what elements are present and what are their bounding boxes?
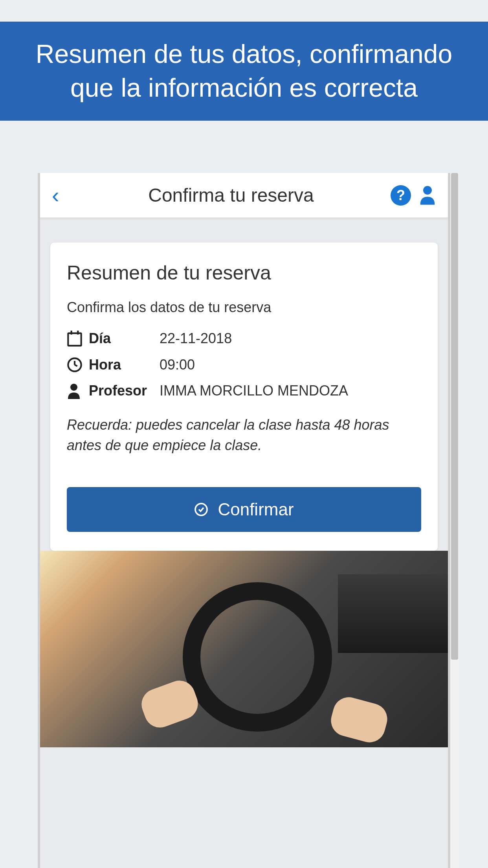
scrollbar-track[interactable] — [450, 173, 459, 868]
back-button[interactable]: ‹ — [52, 182, 72, 208]
clock-icon — [67, 357, 89, 373]
detail-row-time: Hora 09:00 — [67, 357, 421, 373]
chevron-left-icon: ‹ — [52, 183, 59, 208]
detail-row-teacher: Profesor IMMA MORCILLO MENDOZA — [67, 383, 421, 399]
teacher-value: IMMA MORCILLO MENDOZA — [160, 383, 348, 399]
phone-frame: ▲ ‹ Confirma tu reserva ? Resumen de tu … — [38, 173, 450, 868]
profile-button[interactable] — [419, 184, 436, 206]
svg-line-6 — [75, 365, 77, 366]
page-title: Confirma tu reserva — [72, 184, 391, 206]
card-title: Resumen de tu reserva — [67, 261, 421, 284]
time-label: Hora — [89, 357, 160, 373]
promo-banner: Resumen de tus datos, confirmando que la… — [0, 22, 488, 121]
teacher-label: Profesor — [89, 383, 160, 399]
question-icon: ? — [396, 187, 405, 204]
svg-rect-1 — [68, 333, 81, 346]
detail-row-day: Día 22-11-2018 — [67, 330, 421, 347]
svg-point-7 — [70, 384, 77, 391]
confirm-button[interactable]: Confirmar — [67, 487, 421, 532]
header-actions: ? — [391, 184, 436, 206]
day-label: Día — [89, 330, 160, 347]
check-circle-icon — [194, 502, 208, 517]
day-value: 22-11-2018 — [160, 330, 232, 347]
reservation-card: Resumen de tu reserva Confirma los datos… — [50, 243, 438, 551]
person-icon — [67, 383, 89, 399]
driving-image — [40, 551, 448, 747]
confirm-label: Confirmar — [218, 500, 294, 519]
help-button[interactable]: ? — [391, 185, 411, 206]
svg-point-0 — [423, 186, 432, 195]
app-header: ‹ Confirma tu reserva ? — [40, 173, 448, 218]
banner-text: Resumen de tus datos, confirmando que la… — [36, 39, 452, 102]
time-value: 09:00 — [160, 357, 195, 373]
card-subtitle: Confirma los datos de tu reserva — [67, 299, 421, 316]
scrollbar-thumb[interactable] — [451, 173, 458, 660]
person-icon — [419, 184, 436, 205]
reminder-text: Recuerda: puedes cancelar la clase hasta… — [67, 415, 421, 456]
calendar-icon — [67, 330, 89, 347]
